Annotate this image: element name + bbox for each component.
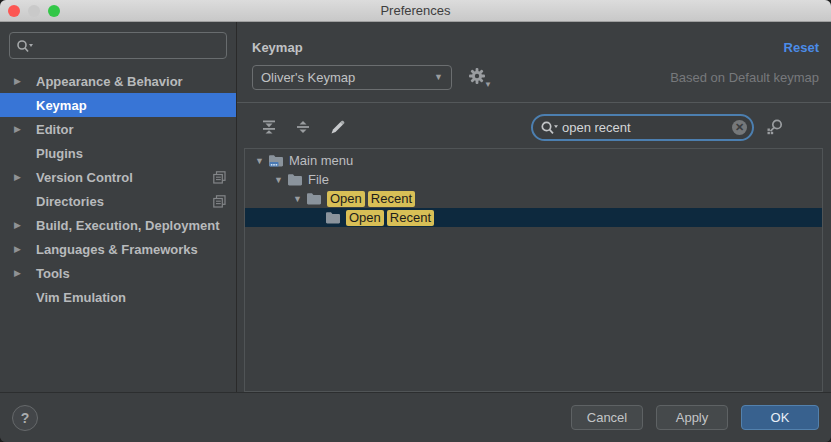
dialog-footer: ? Cancel Apply OK (0, 392, 831, 442)
tree-row-open-recent[interactable]: OpenRecent (245, 208, 822, 227)
keymap-select-value: Oliver's Keymap (261, 70, 355, 85)
sidebar-item-label: Keymap (36, 98, 226, 113)
sidebar-item-build-execution-deployment[interactable]: ▶Build, Execution, Deployment (0, 213, 236, 237)
highlighted-match: OpenRecent (327, 191, 415, 207)
sidebar-item-label: Appearance & Behavior (36, 74, 226, 89)
main-menu-icon (268, 154, 284, 168)
expand-arrow-icon[interactable]: ▶ (14, 124, 36, 134)
preferences-window: Preferences ▶Appearance & BehaviorKeymap… (0, 0, 831, 442)
find-by-shortcut-icon (766, 118, 784, 136)
help-button[interactable]: ? (12, 405, 38, 431)
chevron-down-icon: ▼ (434, 72, 443, 82)
sidebar-item-label: Directories (36, 194, 213, 209)
collapse-all-icon (296, 120, 310, 134)
search-query: open recent (562, 120, 732, 135)
sidebar-item-label: Build, Execution, Deployment (36, 218, 226, 233)
reset-link[interactable]: Reset (784, 40, 819, 55)
sidebar-item-version-control[interactable]: ▶Version Control (0, 165, 236, 189)
folder-icon (325, 211, 341, 225)
sidebar-item-vim-emulation[interactable]: Vim Emulation (0, 285, 236, 309)
highlighted-match: OpenRecent (346, 210, 434, 226)
collapse-arrow-icon[interactable]: ▼ (251, 156, 268, 166)
match-chip: Recent (387, 210, 434, 226)
sidebar-item-appearance-behavior[interactable]: ▶Appearance & Behavior (0, 69, 236, 93)
expand-arrow-icon[interactable]: ▶ (14, 76, 36, 86)
page-title: Keymap (252, 40, 303, 55)
search-icon (540, 120, 558, 135)
sidebar-item-label: Plugins (36, 146, 226, 161)
expand-all-icon (262, 120, 276, 134)
action-search-input[interactable]: open recent ✕ (531, 114, 754, 141)
keymap-tree: ▼Main menu▼File▼OpenRecentOpenRecent (244, 148, 823, 392)
folder-icon (287, 173, 303, 187)
sidebar-item-label: Version Control (36, 170, 213, 185)
keymap-panel: Keymap Reset Oliver's Keymap ▼ (237, 22, 831, 392)
match-chip: Open (327, 191, 365, 207)
settings-sidebar: ▶Appearance & BehaviorKeymap▶EditorPlugi… (0, 22, 237, 392)
tree-node-label: Main menu (289, 153, 353, 168)
keymap-settings-button[interactable]: ▼ (468, 67, 488, 87)
sidebar-item-plugins[interactable]: Plugins (0, 141, 236, 165)
sidebar-item-keymap[interactable]: Keymap (0, 93, 236, 117)
clear-search-icon[interactable]: ✕ (732, 120, 747, 135)
sidebar-item-label: Tools (36, 266, 226, 281)
apply-button[interactable]: Apply (656, 405, 728, 430)
find-by-shortcut-button[interactable] (764, 116, 786, 138)
sidebar-item-tools[interactable]: ▶Tools (0, 261, 236, 285)
keymap-toolbar: open recent ✕ (252, 103, 831, 147)
settings-search-input[interactable] (9, 32, 227, 59)
sidebar-item-label: Languages & Frameworks (36, 242, 226, 257)
window-title: Preferences (380, 3, 450, 18)
tree-row-open-recent[interactable]: ▼OpenRecent (245, 189, 822, 208)
keymap-select[interactable]: Oliver's Keymap ▼ (252, 65, 452, 90)
sidebar-item-directories[interactable]: Directories (0, 189, 236, 213)
pencil-icon (330, 120, 345, 135)
sidebar-nav: ▶Appearance & BehaviorKeymap▶EditorPlugi… (0, 69, 236, 309)
collapse-arrow-icon[interactable]: ▼ (270, 175, 287, 185)
expand-arrow-icon[interactable]: ▶ (14, 244, 36, 254)
sidebar-item-label: Editor (36, 122, 226, 137)
ok-button[interactable]: OK (741, 405, 819, 430)
cancel-button[interactable]: Cancel (571, 405, 643, 430)
collapse-all-button[interactable] (292, 116, 314, 138)
expand-arrow-icon[interactable]: ▶ (14, 220, 36, 230)
edit-shortcut-button[interactable] (326, 116, 348, 138)
based-on-label: Based on Default keymap (670, 70, 819, 85)
expand-all-button[interactable] (258, 116, 280, 138)
titlebar: Preferences (0, 0, 831, 22)
sidebar-item-languages-frameworks[interactable]: ▶Languages & Frameworks (0, 237, 236, 261)
project-level-icon (213, 195, 226, 208)
tree-row-file[interactable]: ▼File (245, 170, 822, 189)
collapse-arrow-icon[interactable]: ▼ (289, 194, 306, 204)
sidebar-item-label: Vim Emulation (36, 290, 226, 305)
search-icon (16, 39, 33, 53)
close-button[interactable] (8, 5, 20, 17)
expand-arrow-icon[interactable]: ▶ (14, 172, 36, 182)
match-chip: Recent (368, 191, 415, 207)
gear-caret-icon: ▼ (484, 80, 492, 89)
project-level-icon (213, 171, 226, 184)
expand-arrow-icon[interactable]: ▶ (14, 268, 36, 278)
tree-node-label: File (308, 172, 329, 187)
sidebar-item-editor[interactable]: ▶Editor (0, 117, 236, 141)
folder-icon (306, 192, 322, 206)
minimize-button (28, 5, 40, 17)
match-chip: Open (346, 210, 384, 226)
zoom-button[interactable] (48, 5, 60, 17)
tree-row-main-menu[interactable]: ▼Main menu (245, 151, 822, 170)
